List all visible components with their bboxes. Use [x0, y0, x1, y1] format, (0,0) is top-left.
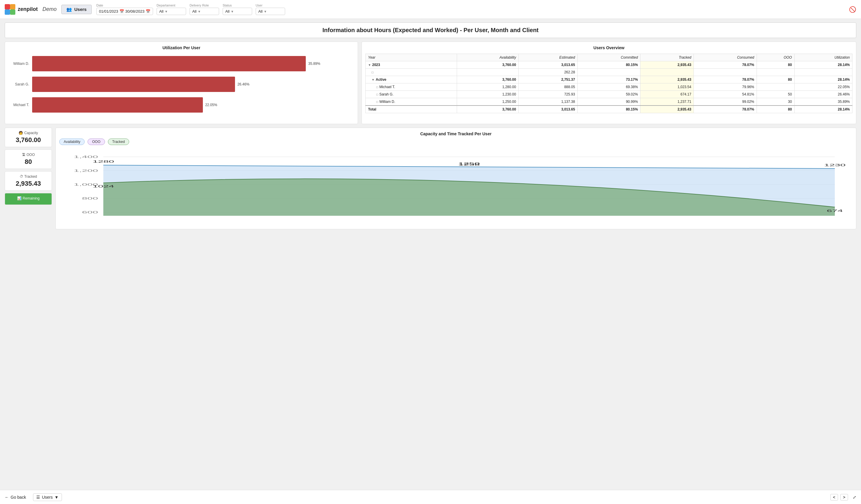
capacity-chart-title: Capacity and Time Tracked Per User: [59, 131, 852, 136]
table-cell-tracked: 2,935.43: [640, 61, 694, 69]
date-filter-input[interactable]: 01/01/2023 📅 30/08/2023 📅: [96, 8, 153, 15]
table-cell-availability: 3,760.00: [457, 76, 519, 83]
table-cell-committed: 80.15%: [578, 61, 640, 69]
bar: [32, 76, 235, 92]
stat-label: 🏝 OOO: [9, 153, 48, 157]
date-filter-group: Date 01/01/2023 📅 30/08/2023 📅: [96, 3, 153, 15]
toggle-icon[interactable]: ▼: [371, 78, 374, 81]
svg-rect-3: [10, 10, 15, 15]
chevron-down-icon-3: ▼: [231, 10, 234, 13]
y-axis-label: 600: [82, 210, 98, 214]
status-filter-label: Status: [223, 3, 252, 7]
bottom-section: 🧑 Capacity 3,760.00 🏝 OOO 80 ⏱ Tracked 2…: [5, 128, 856, 229]
stat-card: 📊 Remaining: [5, 193, 52, 205]
table-cell-year: ▼Active: [366, 76, 457, 83]
funnel-icon: 🚫: [849, 6, 856, 13]
bar-label: Michael T.: [9, 103, 32, 107]
delivery-role-value: All: [192, 9, 196, 14]
y-axis-label: 800: [82, 197, 98, 200]
table-cell-availability: 1,250.00: [457, 98, 519, 106]
table-cell-consumed: 78.07%: [694, 106, 756, 113]
data-point-label: 1238: [458, 163, 480, 166]
chevron-down-icon: ▼: [165, 10, 168, 13]
legend-btn-tracked[interactable]: Tracked: [108, 139, 129, 145]
bar-label: Sarah G.: [9, 82, 32, 86]
header: zenpilot Demo 👥 Users Date 01/01/2023 📅 …: [0, 0, 861, 19]
legend-btn-availability[interactable]: Availability: [59, 139, 85, 145]
stat-label-text: Capacity: [24, 131, 38, 135]
charts-row: Utilization Per User William D. 35.89% S…: [5, 42, 856, 124]
legend-btn-ooo[interactable]: OOO: [87, 139, 105, 145]
table-cell-availability: 1,280.00: [457, 83, 519, 91]
table-row: □William D.1,250.001,137.3890.99%1,237.7…: [366, 98, 852, 106]
chevron-down-icon-4: ▼: [264, 10, 267, 13]
stat-card: 🧑 Capacity 3,760.00: [5, 128, 52, 147]
stat-label-text: Tracked: [25, 174, 37, 179]
bar-container: 26.46%: [32, 76, 354, 92]
table-cell-availability: 1,230.00: [457, 91, 519, 98]
chart-legend: AvailabilityOOOTracked: [59, 139, 852, 145]
table-cell-tracked: [640, 69, 694, 76]
toggle-icon[interactable]: □: [371, 71, 373, 74]
table-cell-utilization: 26.46%: [794, 91, 852, 98]
table-cell-tracked: 2,935.43: [640, 106, 694, 113]
stat-label-text: Remaining: [23, 196, 40, 200]
nav-users-button[interactable]: 👥 Users: [62, 5, 92, 14]
users-overview-title: Users Overview: [365, 45, 852, 50]
toggle-icon[interactable]: □: [376, 85, 378, 89]
table-cell-committed: 59.02%: [578, 91, 640, 98]
date-from: 01/01/2023: [99, 9, 118, 14]
bar-chart: William D. 35.89% Sarah G. 26.46% Michae…: [9, 54, 354, 120]
table-cell-estimated: 2,751.37: [519, 76, 578, 83]
logo: zenpilot Demo: [5, 4, 57, 15]
table-cell-availability: 3,760.00: [457, 61, 519, 69]
stat-icon: 🧑: [18, 131, 23, 135]
status-filter-group: Status All ▼: [223, 3, 252, 15]
department-filter-select[interactable]: All ▼: [156, 8, 186, 15]
user-filter-select[interactable]: All ▼: [256, 8, 285, 15]
bar-row: Sarah G. 26.46%: [9, 76, 354, 92]
stat-card: ⏱ Tracked 2,935.43: [5, 171, 52, 191]
utilization-chart-title: Utilization Per User: [9, 45, 354, 50]
table-cell-utilization: 28.14%: [794, 106, 852, 113]
bar-container: 35.89%: [32, 56, 354, 71]
delivery-role-filter-select[interactable]: All ▼: [190, 8, 219, 15]
table-cell-year: Total: [366, 106, 457, 113]
table-row: □262.28: [366, 69, 852, 76]
table-header: Tracked: [640, 54, 694, 61]
toggle-icon[interactable]: □: [376, 100, 378, 103]
delivery-role-filter-group: Delivery Role All ▼: [190, 3, 219, 15]
user-filter-label: User: [256, 3, 285, 7]
user-filter-group: User All ▼: [256, 3, 285, 15]
stat-icon: ⏱: [20, 174, 23, 179]
bar-value: 35.89%: [308, 61, 320, 66]
table-header: Year: [366, 54, 457, 61]
stat-icon: 📊: [17, 196, 22, 200]
table-cell-utilization: 28.14%: [794, 76, 852, 83]
table-cell-estimated: 3,013.65: [519, 61, 578, 69]
table-cell-committed: 90.99%: [578, 98, 640, 106]
svg-rect-2: [5, 10, 10, 15]
status-value: All: [225, 9, 229, 14]
toggle-icon[interactable]: ▼: [368, 64, 371, 67]
delivery-role-filter-label: Delivery Role: [190, 3, 219, 7]
calendar-icon-to: 📅: [146, 9, 150, 14]
stat-label: ⏱ Tracked: [9, 174, 48, 179]
table-cell-estimated: 725.93: [519, 91, 578, 98]
date-filter-label: Date: [96, 3, 153, 7]
bar-label: William D.: [9, 61, 32, 66]
stat-value: 2,935.43: [9, 180, 48, 187]
clear-filters-button[interactable]: 🚫: [849, 6, 856, 13]
toggle-icon[interactable]: □: [376, 93, 378, 96]
main-content: Information about Hours (Expected and Wo…: [0, 19, 861, 233]
table-cell-year: □Michael T.: [366, 83, 457, 91]
table-cell-tracked: 1,023.54: [640, 83, 694, 91]
status-filter-select[interactable]: All ▼: [223, 8, 252, 15]
filter-bar: Date 01/01/2023 📅 30/08/2023 📅 Departame…: [96, 3, 856, 15]
table-row: ▼20233,760.003,013.6580.15%2,935.4378.07…: [366, 61, 852, 69]
table-cell-availability: 3,760.00: [457, 106, 519, 113]
table-cell-utilization: [794, 69, 852, 76]
table-header: Consumed: [694, 54, 756, 61]
table-cell-utilization: 35.89%: [794, 98, 852, 106]
date-to: 30/08/2023: [125, 9, 145, 14]
